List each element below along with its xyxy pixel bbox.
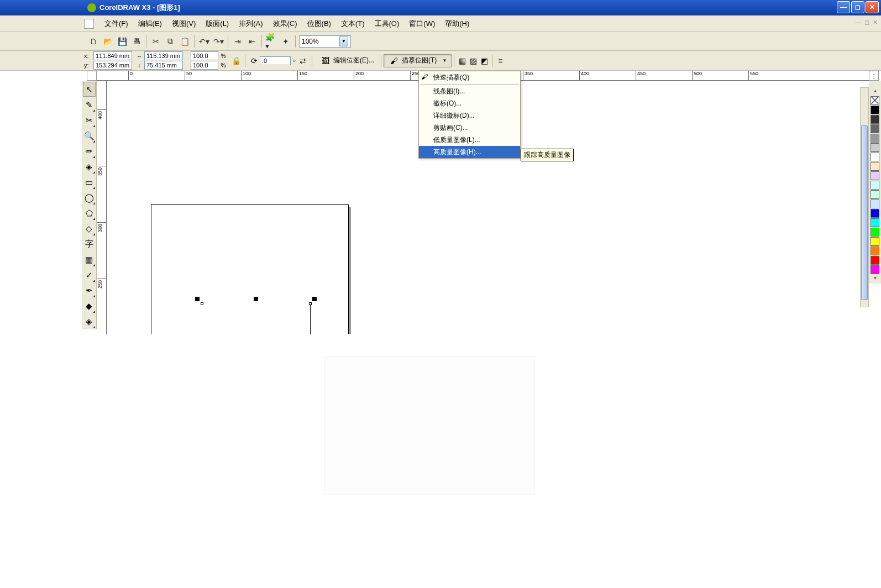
color-swatch[interactable] (870, 246, 879, 255)
menu-文本[interactable]: 文本(T) (336, 17, 370, 31)
chevron-down-icon[interactable]: ▼ (339, 36, 348, 46)
selection-node[interactable] (201, 302, 203, 305)
tool-interactive[interactable]: ▦ (83, 252, 96, 267)
color-swatch[interactable] (870, 162, 879, 171)
lock-ratio-button[interactable]: 🔒 (230, 55, 242, 66)
ruler-origin[interactable] (87, 71, 97, 81)
tool-crop[interactable]: ✂ (83, 113, 96, 128)
menu-item[interactable]: 高质量图像(H)... (419, 146, 520, 158)
color-swatch[interactable] (870, 171, 879, 180)
color-swatch[interactable] (870, 265, 879, 274)
x-input[interactable] (93, 51, 132, 60)
tool-polygon[interactable]: ⬠ (83, 206, 96, 221)
import-button[interactable]: ⇥ (232, 35, 244, 48)
menu-item[interactable]: 详细徽标(D)... (419, 109, 520, 122)
print-button[interactable]: 🖶 (130, 35, 143, 48)
scrollbar-thumb[interactable] (861, 125, 868, 300)
trace-bitmap-button[interactable]: 🖌 描摹位图(T) ▼ (384, 54, 452, 67)
palette-down-arrow[interactable]: ▾ (874, 275, 877, 284)
tool-eyedropper[interactable]: ✓ (83, 267, 96, 282)
tool-zoom[interactable]: 🔍 (83, 128, 96, 143)
bitmap-mode-button[interactable]: ▨ (468, 55, 479, 66)
color-swatch[interactable] (870, 124, 879, 133)
menu-效果[interactable]: 效果(C) (268, 17, 302, 31)
tool-shape[interactable]: ✎ (83, 97, 96, 112)
tool-smart[interactable]: ◈ (83, 159, 96, 174)
tool-basic-shapes[interactable]: ◇ (83, 221, 96, 236)
welcome-button[interactable]: ✦ (280, 35, 292, 48)
color-swatch[interactable] (870, 218, 879, 227)
tool-outline[interactable]: ✒ (83, 283, 96, 298)
tool-pick[interactable]: ↖ (83, 82, 96, 97)
no-color-swatch[interactable] (870, 96, 879, 105)
close-button[interactable]: ✕ (866, 1, 879, 13)
color-swatch[interactable] (870, 190, 879, 199)
wrap-text-button[interactable]: ≡ (495, 55, 506, 66)
palette-up-arrow[interactable]: ▴ (874, 87, 877, 96)
menu-排列[interactable]: 排列(A) (234, 17, 268, 31)
selection-handle[interactable] (312, 297, 317, 301)
color-swatch[interactable] (870, 153, 879, 161)
menu-文件[interactable]: 文件(F) (99, 17, 133, 31)
menu-工具[interactable]: 工具(O) (370, 17, 405, 31)
tool-text[interactable]: 字 (83, 237, 96, 251)
color-swatch[interactable] (870, 143, 879, 152)
tool-ellipse[interactable]: ◯ (83, 190, 96, 205)
selection-handle[interactable] (254, 297, 258, 301)
new-button[interactable]: 🗋 (87, 35, 99, 48)
resample-button[interactable]: ▦ (457, 55, 468, 66)
color-swatch[interactable] (870, 228, 879, 237)
edit-bitmap-button[interactable]: 🖼 编辑位图(E)... (316, 54, 379, 67)
width-input[interactable] (144, 51, 183, 60)
mirror-h-button[interactable]: ⇄ (297, 55, 308, 66)
color-swatch[interactable] (870, 256, 879, 265)
scale-y-input[interactable] (191, 61, 218, 70)
maximize-button[interactable]: ◻ (851, 1, 864, 13)
menu-帮助[interactable]: 帮助(H) (440, 17, 474, 31)
tool-rectangle[interactable]: ▭ (83, 175, 96, 190)
scale-x-input[interactable] (191, 51, 218, 60)
menu-item[interactable]: 徽标(O)... (419, 97, 520, 109)
copy-button[interactable]: ⧉ (164, 35, 176, 48)
selection-handle[interactable] (195, 297, 200, 301)
menu-item[interactable]: 低质量图像(L)... (419, 134, 520, 146)
y-input[interactable] (93, 61, 132, 70)
menu-item[interactable]: 🖌快速描摹(Q) (419, 71, 520, 83)
menu-编辑[interactable]: 编辑(E) (133, 17, 167, 31)
ruler-options[interactable]: ⋮ (869, 71, 879, 81)
vertical-scrollbar[interactable] (860, 87, 869, 307)
cut-button[interactable]: ✂ (150, 35, 162, 48)
mdi-close[interactable]: ✕ (873, 19, 878, 26)
crop-bitmap-button[interactable]: ◩ (479, 55, 490, 66)
vertical-ruler[interactable]: 400350300250200 (97, 81, 107, 334)
tool-freehand[interactable]: ✏ (83, 144, 96, 159)
menu-位图[interactable]: 位图(B) (302, 17, 336, 31)
paste-button[interactable]: 📋 (179, 35, 191, 48)
color-swatch[interactable] (870, 237, 879, 246)
color-swatch[interactable] (870, 200, 879, 208)
menu-视图[interactable]: 视图(V) (167, 17, 201, 31)
undo-button[interactable]: ↶▾ (198, 35, 210, 48)
app-launcher-button[interactable]: 🧩▾ (265, 35, 277, 48)
height-input[interactable] (144, 61, 183, 70)
color-swatch[interactable] (870, 115, 879, 124)
menu-版面[interactable]: 版面(L) (201, 17, 234, 31)
menu-item[interactable]: 线条图(I)... (419, 85, 520, 97)
color-swatch[interactable] (870, 106, 879, 114)
tool-fill[interactable]: ◆ (83, 298, 96, 313)
mdi-minimize[interactable]: — (855, 19, 861, 26)
color-swatch[interactable] (870, 181, 879, 190)
open-button[interactable]: 📂 (102, 35, 114, 48)
menu-窗口[interactable]: 窗口(W) (404, 17, 440, 31)
mdi-restore[interactable]: ◻ (864, 19, 869, 26)
minimize-button[interactable]: — (837, 1, 850, 13)
rotation-input[interactable] (260, 56, 291, 65)
save-button[interactable]: 💾 (116, 35, 128, 48)
redo-button[interactable]: ↷▾ (212, 35, 224, 48)
zoom-combo[interactable]: 100% ▼ (299, 35, 351, 48)
color-swatch[interactable] (870, 134, 879, 143)
export-button[interactable]: ⇤ (246, 35, 258, 48)
tool-interactive-fill[interactable]: ◈ (83, 314, 96, 329)
menu-item[interactable]: 剪贴画(C)... (419, 122, 520, 134)
color-swatch[interactable] (870, 209, 879, 218)
